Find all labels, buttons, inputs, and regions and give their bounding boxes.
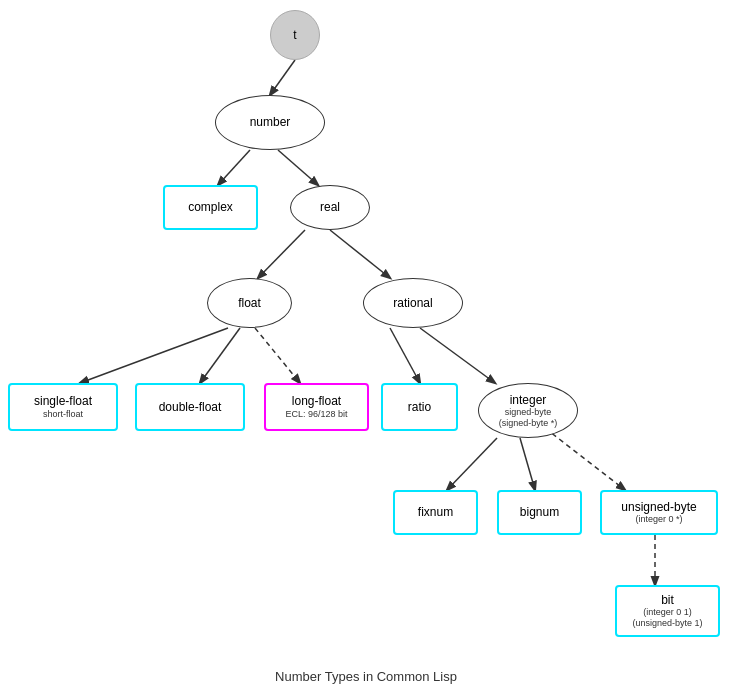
node-ratio: ratio bbox=[381, 383, 458, 431]
node-unsigned-byte-label: unsigned-byte bbox=[621, 500, 696, 514]
node-fixnum-label: fixnum bbox=[418, 505, 453, 519]
node-complex-label: complex bbox=[188, 200, 233, 214]
node-integer-sublabel: signed-byte(signed-byte *) bbox=[499, 407, 558, 429]
node-fixnum: fixnum bbox=[393, 490, 478, 535]
svg-line-9 bbox=[420, 328, 495, 383]
node-single-float-label: single-float bbox=[34, 394, 92, 408]
node-integer-label: integer bbox=[510, 393, 547, 407]
node-unsigned-byte-sublabel: (integer 0 *) bbox=[635, 514, 682, 525]
svg-line-10 bbox=[447, 438, 497, 490]
svg-line-8 bbox=[390, 328, 420, 383]
node-long-float-label: long-float bbox=[292, 394, 341, 408]
svg-line-3 bbox=[258, 230, 305, 278]
node-t-label: t bbox=[293, 28, 296, 42]
node-bignum: bignum bbox=[497, 490, 582, 535]
svg-line-0 bbox=[270, 60, 295, 95]
node-bit-label: bit bbox=[661, 593, 674, 607]
node-double-float-label: double-float bbox=[159, 400, 222, 414]
node-double-float: double-float bbox=[135, 383, 245, 431]
node-real-label: real bbox=[320, 200, 340, 214]
node-ratio-label: ratio bbox=[408, 400, 431, 414]
node-rational: rational bbox=[363, 278, 463, 328]
node-number: number bbox=[215, 95, 325, 150]
svg-line-7 bbox=[255, 328, 300, 383]
node-integer: integer signed-byte(signed-byte *) bbox=[478, 383, 578, 438]
node-single-float: single-float short-float bbox=[8, 383, 118, 431]
svg-line-11 bbox=[520, 438, 535, 490]
node-bignum-label: bignum bbox=[520, 505, 559, 519]
svg-line-12 bbox=[545, 428, 625, 490]
caption-text: Number Types in Common Lisp bbox=[275, 669, 457, 684]
node-long-float: long-float ECL: 96/128 bit bbox=[264, 383, 369, 431]
node-long-float-sublabel: ECL: 96/128 bit bbox=[285, 409, 347, 420]
svg-line-1 bbox=[218, 150, 250, 185]
node-single-float-sublabel: short-float bbox=[43, 409, 83, 420]
node-complex: complex bbox=[163, 185, 258, 230]
node-rational-label: rational bbox=[393, 296, 432, 310]
svg-line-5 bbox=[80, 328, 228, 383]
svg-line-2 bbox=[278, 150, 318, 185]
diagram: t number complex real float rational sin… bbox=[0, 0, 732, 694]
node-unsigned-byte: unsigned-byte (integer 0 *) bbox=[600, 490, 718, 535]
node-bit: bit (integer 0 1)(unsigned-byte 1) bbox=[615, 585, 720, 637]
node-t: t bbox=[270, 10, 320, 60]
node-float: float bbox=[207, 278, 292, 328]
svg-line-4 bbox=[330, 230, 390, 278]
node-real: real bbox=[290, 185, 370, 230]
svg-line-6 bbox=[200, 328, 240, 383]
diagram-caption: Number Types in Common Lisp bbox=[0, 669, 732, 684]
node-bit-sublabel: (integer 0 1)(unsigned-byte 1) bbox=[632, 607, 702, 629]
node-number-label: number bbox=[250, 115, 291, 129]
node-float-label: float bbox=[238, 296, 261, 310]
